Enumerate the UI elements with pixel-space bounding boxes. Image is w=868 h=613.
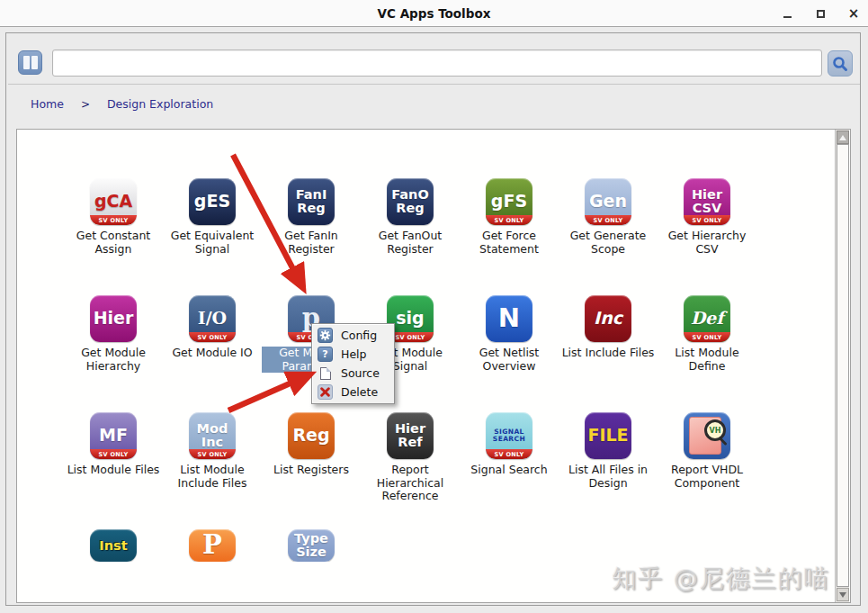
app-label: List Module Define: [658, 347, 756, 373]
app-item-get-constant-assign[interactable]: gCASV ONLYGet Constant Assign: [64, 178, 163, 256]
app-icon-text: FILE: [587, 427, 628, 444]
app-item-get-module-io[interactable]: I/OSV ONLYGet Module IO: [163, 295, 262, 373]
report-vhdl-component-icon: VH: [684, 412, 730, 459]
scroll-down-icon[interactable]: [837, 588, 849, 601]
app-icon-text: Hier: [395, 422, 425, 436]
window-title: VC Apps Toolbox: [378, 6, 491, 21]
toolbar-divider: [8, 84, 860, 85]
app-item-p-tool[interactable]: P: [163, 529, 262, 562]
app-icon-text: Reg: [396, 202, 424, 215]
app-icon-text: MF: [99, 427, 128, 444]
app-icon-text: P: [202, 532, 222, 559]
delete-icon: [318, 384, 333, 400]
get-module-io-icon: I/OSV ONLY: [189, 295, 236, 342]
app-label: Get FanOut Register: [361, 230, 460, 256]
app-item-get-force-statement[interactable]: gFSSV ONLYGet Force Statement: [460, 178, 559, 256]
app-icon-text: N: [498, 305, 520, 332]
app-icon-text: Inc: [201, 436, 223, 449]
app-item-list-include-files[interactable]: IncList Include Files: [559, 295, 658, 373]
app-item-signal-search[interactable]: SIGNALSEARCHSV ONLYSignal Search: [460, 412, 559, 503]
get-constant-assign-icon: gCASV ONLY: [90, 178, 137, 225]
sv-only-banner: SV ONLY: [90, 449, 137, 459]
app-item-get-netlist-overview[interactable]: NGet Netlist Overview: [460, 295, 559, 373]
menu-item-help[interactable]: ?Help: [312, 345, 394, 364]
type-size-icon: TypeSize: [288, 529, 335, 562]
app-item-list-module-include-files[interactable]: ModIncSV ONLYList Module Include Files: [163, 412, 262, 503]
app-icon-text: Gen: [589, 193, 627, 210]
list-module-define-icon: DefSV ONLY: [684, 295, 730, 342]
app-label: Get Equivalent Signal: [163, 230, 262, 256]
app-item-report-hierarchical-reference[interactable]: HierRefReport Hierarchical Reference: [361, 412, 460, 503]
get-fanout-register-icon: FanOReg: [387, 178, 434, 225]
app-label: Get Module IO: [172, 347, 252, 360]
sv-only-banner: SV ONLY: [90, 215, 137, 225]
vertical-scrollbar[interactable]: [835, 130, 849, 602]
app-item-get-fanin-register[interactable]: FanIRegGet FanIn Register: [262, 178, 361, 256]
get-module-hierarchy-icon: Hier: [90, 295, 137, 342]
app-icon-text: SEARCH: [493, 436, 525, 443]
sv-only-banner: SV ONLY: [684, 332, 730, 342]
app-icon-text: Reg: [292, 427, 329, 444]
app-item-get-equivalent-signal[interactable]: gESGet Equivalent Signal: [163, 178, 262, 256]
app-row: gCASV ONLYGet Constant AssigngESGet Equi…: [64, 178, 756, 256]
app-icon-text: gFS: [491, 193, 527, 210]
get-equivalent-signal-icon: gES: [189, 178, 236, 225]
menu-item-config[interactable]: Config: [312, 326, 394, 345]
scroll-up-icon[interactable]: [837, 131, 849, 144]
app-row: MFSV ONLYList Module FilesModIncSV ONLYL…: [64, 412, 756, 503]
sidebar-toggle-icon[interactable]: [18, 50, 42, 75]
menu-item-delete[interactable]: Delete: [312, 383, 394, 401]
app-item-list-registers[interactable]: RegList Registers: [262, 412, 361, 503]
app-item-get-hierarchy-csv[interactable]: HierCSVSV ONLYGet Hierarchy CSV: [658, 178, 756, 256]
close-icon[interactable]: ×: [846, 6, 861, 21]
menu-item-source[interactable]: Source: [312, 364, 394, 383]
app-icon-text: sig: [396, 310, 424, 327]
list-module-include-files-icon: ModIncSV ONLY: [189, 412, 236, 459]
app-icon-text: Size: [296, 545, 327, 559]
menu-item-label: Source: [341, 366, 380, 380]
app-item-list-module-files[interactable]: MFSV ONLYList Module Files: [64, 412, 163, 503]
app-item-get-module-hierarchy[interactable]: HierGet Module Hierarchy: [64, 295, 163, 373]
app-item-type-size[interactable]: TypeSize: [262, 529, 361, 562]
app-row: HierGet Module HierarchyI/OSV ONLYGet Mo…: [64, 295, 756, 373]
sv-only-banner: SV ONLY: [486, 215, 532, 225]
app-label: Get Netlist Overview: [460, 347, 559, 373]
app-label: List Module Include Files: [163, 464, 262, 490]
search-button[interactable]: [828, 50, 853, 77]
red-arrow-to-menu: [228, 374, 310, 410]
app-label: Get Hierarchy CSV: [658, 230, 756, 256]
app-item-inst[interactable]: Inst: [64, 529, 163, 562]
app-item-get-fanout-register[interactable]: FanORegGet FanOut Register: [361, 178, 460, 256]
menu-item-label: Delete: [341, 385, 378, 399]
app-item-list-all-files-in-design[interactable]: FILEList All Files in Design: [559, 412, 658, 503]
breadcrumb-current[interactable]: Design Exploration: [107, 97, 213, 111]
sv-only-banner: SV ONLY: [684, 215, 730, 225]
context-menu: Config?HelpSourceDelete: [311, 323, 395, 404]
breadcrumb-home-link[interactable]: Home: [31, 97, 64, 111]
app-label: Report VHDL Component: [658, 464, 756, 490]
scrollbar-thumb[interactable]: [837, 144, 849, 587]
app-item-report-vhdl-component[interactable]: VHReport VHDL Component: [658, 412, 756, 503]
get-netlist-overview-icon: N: [486, 295, 532, 342]
app-icon-text: I/O: [198, 310, 227, 327]
app-icon-text: Def: [691, 310, 724, 327]
app-label: List Include Files: [562, 347, 655, 360]
minimize-icon[interactable]: [780, 6, 794, 21]
gear-icon: [318, 328, 333, 343]
app-item-get-generate-scope[interactable]: GenSV ONLYGet Generate Scope: [559, 178, 658, 256]
app-row: InstPTypeSize: [64, 529, 361, 562]
list-registers-icon: Reg: [288, 412, 335, 459]
search-icon: [832, 56, 848, 72]
app-item-list-module-define[interactable]: DefSV ONLYList Module Define: [658, 295, 756, 373]
list-include-files-icon: Inc: [585, 295, 631, 342]
search-input[interactable]: [52, 50, 822, 77]
sv-only-banner: SV ONLY: [585, 215, 631, 225]
app-label: Get Module Hierarchy: [64, 347, 163, 373]
app-icon-text: Type: [294, 532, 328, 545]
app-label: Get Generate Scope: [559, 230, 658, 256]
get-fanin-register-icon: FanIReg: [288, 178, 335, 225]
maximize-icon[interactable]: [813, 6, 828, 21]
app-icon-text: Inc: [594, 310, 622, 327]
source-icon: [318, 365, 333, 381]
app-icon-text: FanO: [391, 188, 429, 202]
